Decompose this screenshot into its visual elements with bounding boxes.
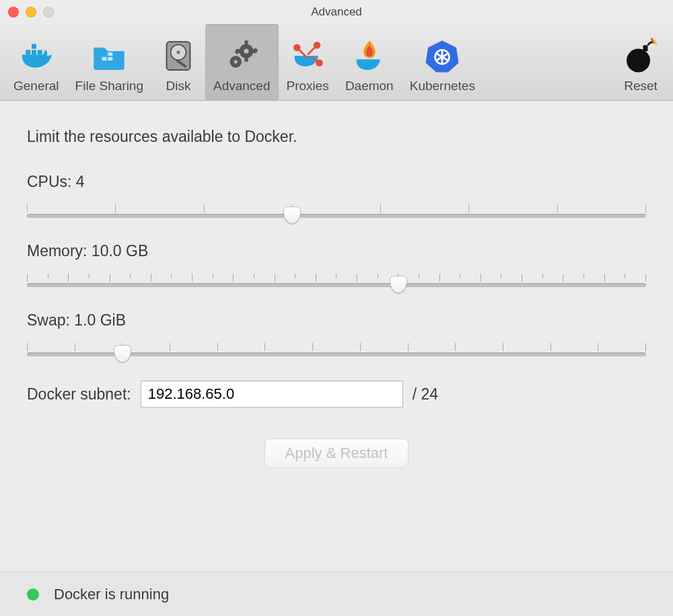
- svg-point-15: [244, 49, 249, 54]
- svg-rect-1: [32, 50, 36, 54]
- svg-rect-0: [26, 50, 30, 54]
- status-indicator-icon: [27, 588, 39, 601]
- tab-disk[interactable]: Disk: [151, 24, 205, 100]
- status-bar: Docker is running: [0, 572, 673, 616]
- window-title: Advanced: [0, 5, 673, 19]
- svg-rect-8: [245, 40, 248, 45]
- tab-advanced[interactable]: Advanced: [205, 24, 279, 100]
- memory-label: Memory: 10.0 GB: [27, 242, 646, 260]
- disk-icon: [160, 37, 197, 75]
- tab-general[interactable]: General: [5, 24, 67, 100]
- titlebar: Advanced: [0, 0, 673, 24]
- tab-label: File Sharing: [75, 79, 143, 93]
- tab-label: General: [13, 79, 59, 93]
- tab-daemon[interactable]: Daemon: [337, 24, 402, 100]
- kubernetes-icon: [423, 37, 461, 75]
- whale-flame-icon: [351, 37, 388, 75]
- tab-file-sharing[interactable]: File Sharing: [67, 24, 151, 100]
- tab-label: Disk: [166, 79, 191, 93]
- docker-subnet-input[interactable]: [141, 381, 403, 408]
- tab-label: Proxies: [287, 79, 329, 93]
- memory-slider[interactable]: [27, 274, 646, 287]
- status-text: Docker is running: [54, 586, 169, 603]
- tab-proxies[interactable]: Proxies: [279, 24, 337, 100]
- svg-point-16: [234, 60, 238, 63]
- swap-field: Swap: 1.0 GiB: [27, 311, 646, 356]
- svg-rect-3: [32, 44, 36, 49]
- tab-label: Reset: [624, 79, 658, 93]
- tab-label: Kubernetes: [410, 79, 475, 93]
- docker-subnet-row: Docker subnet: / 24: [27, 381, 646, 408]
- advanced-pane: Limit the resources available to Docker.…: [0, 101, 673, 468]
- memory-field: Memory: 10.0 GB: [27, 242, 646, 287]
- cpus-slider[interactable]: [27, 204, 646, 218]
- tab-label: Daemon: [345, 79, 394, 93]
- folder-icon: [90, 37, 128, 75]
- apply-restart-button[interactable]: Apply & Restart: [264, 438, 409, 468]
- svg-point-6: [176, 50, 180, 54]
- svg-rect-26: [643, 45, 648, 51]
- svg-rect-2: [38, 50, 42, 54]
- tab-label: Advanced: [213, 79, 271, 93]
- svg-point-25: [627, 49, 650, 73]
- swap-slider[interactable]: [27, 343, 646, 356]
- whale-network-icon: [289, 37, 326, 75]
- cpus-field: CPUs: 4: [27, 173, 646, 218]
- tab-reset[interactable]: Reset: [614, 24, 668, 100]
- preferences-toolbar: General File Sharing Disk: [0, 24, 673, 101]
- swap-label: Swap: 1.0 GiB: [27, 311, 646, 330]
- whale-icon: [17, 37, 55, 75]
- tab-kubernetes[interactable]: Kubernetes: [402, 24, 483, 100]
- docker-subnet-label: Docker subnet:: [27, 385, 131, 403]
- docker-subnet-suffix: / 24: [413, 385, 438, 403]
- svg-rect-9: [245, 57, 248, 62]
- intro-text: Limit the resources available to Docker.: [27, 128, 646, 146]
- cpus-label: CPUs: 4: [27, 173, 646, 191]
- gears-icon: [223, 37, 260, 75]
- svg-line-28: [653, 43, 657, 44]
- bomb-icon: [622, 37, 660, 75]
